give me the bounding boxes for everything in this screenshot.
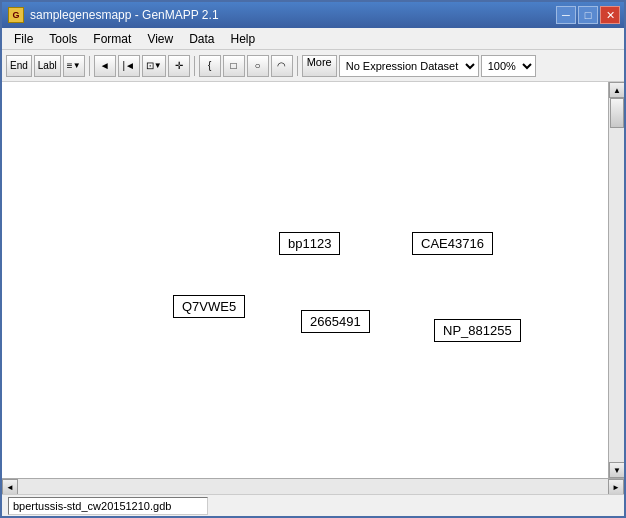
more-button[interactable]: More: [302, 55, 337, 77]
oval-button[interactable]: ○: [247, 55, 269, 77]
menu-tools[interactable]: Tools: [41, 30, 85, 48]
toolbar-separator-3: [297, 56, 298, 76]
canvas[interactable]: bp1123 CAE43716 Q7VWE5 2665491 NP_881255: [2, 82, 608, 478]
scroll-down-button[interactable]: ▼: [609, 462, 624, 478]
toolbar-separator-2: [194, 56, 195, 76]
title-bar: G samplegenesmapp - GenMAPP 2.1 ─ □ ✕: [2, 2, 624, 28]
horizontal-scrollbar[interactable]: ◄ ►: [2, 478, 624, 494]
main-window: G samplegenesmapp - GenMAPP 2.1 ─ □ ✕ Fi…: [0, 0, 626, 518]
maximize-button[interactable]: □: [578, 6, 598, 24]
scroll-track-v[interactable]: [609, 98, 624, 462]
zoom-dropdown[interactable]: 100%: [481, 55, 536, 77]
status-file: bpertussis-std_cw20151210.gdb: [8, 497, 208, 515]
brace-button[interactable]: {: [199, 55, 221, 77]
close-button[interactable]: ✕: [600, 6, 620, 24]
arrow-left-button[interactable]: ◄: [94, 55, 116, 77]
status-bar: bpertussis-std_cw20151210.gdb: [2, 494, 624, 516]
vertical-scrollbar[interactable]: ▲ ▼: [608, 82, 624, 478]
menu-view[interactable]: View: [139, 30, 181, 48]
gene-box-q7vwe5[interactable]: Q7VWE5: [173, 295, 245, 318]
gene-box-bp1123[interactable]: bp1123: [279, 232, 340, 255]
scroll-thumb-v[interactable]: [610, 98, 624, 128]
scroll-up-button[interactable]: ▲: [609, 82, 624, 98]
labl-button[interactable]: Labl: [34, 55, 61, 77]
toolbar-separator-1: [89, 56, 90, 76]
bar-left-button[interactable]: |◄: [118, 55, 140, 77]
scroll-right-button[interactable]: ►: [608, 479, 624, 495]
minimize-button[interactable]: ─: [556, 6, 576, 24]
window-title: samplegenesmapp - GenMAPP 2.1: [30, 8, 219, 22]
scroll-left-button[interactable]: ◄: [2, 479, 18, 495]
menu-file[interactable]: File: [6, 30, 41, 48]
scroll-track-h[interactable]: [18, 479, 608, 494]
list-button[interactable]: ≡▼: [63, 55, 85, 77]
menu-help[interactable]: Help: [223, 30, 264, 48]
gene-box-2665491[interactable]: 2665491: [301, 310, 370, 333]
gene-box-np881255[interactable]: NP_881255: [434, 319, 521, 342]
end-button[interactable]: End: [6, 55, 32, 77]
title-buttons: ─ □ ✕: [556, 6, 620, 24]
menu-data[interactable]: Data: [181, 30, 222, 48]
main-area: bp1123 CAE43716 Q7VWE5 2665491 NP_881255…: [2, 82, 624, 478]
arc-button[interactable]: ◠: [271, 55, 293, 77]
menu-bar: File Tools Format View Data Help: [2, 28, 624, 50]
gene-box-cae43716[interactable]: CAE43716: [412, 232, 493, 255]
move-button[interactable]: ✛: [168, 55, 190, 77]
toolbar: End Labl ≡▼ ◄ |◄ ⊡▼ ✛ { □ ○ ◠ More No Ex…: [2, 50, 624, 82]
title-bar-left: G samplegenesmapp - GenMAPP 2.1: [8, 7, 219, 23]
rect-button[interactable]: □: [223, 55, 245, 77]
app-icon: G: [8, 7, 24, 23]
menu-format[interactable]: Format: [85, 30, 139, 48]
select-button[interactable]: ⊡▼: [142, 55, 166, 77]
expression-dataset-dropdown[interactable]: No Expression Dataset: [339, 55, 479, 77]
